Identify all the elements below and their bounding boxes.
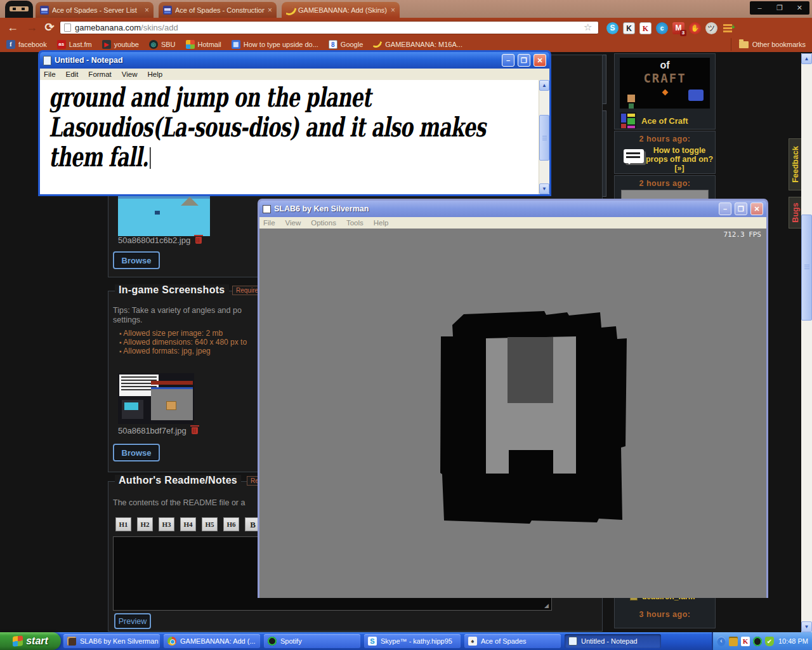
page-scrollbar[interactable]: ▲ ▼ (801, 53, 812, 632)
browser-menu-icon[interactable]: + (722, 22, 734, 34)
refresh-icon[interactable]: ⟳ (42, 20, 57, 34)
screenshot-thumbnail[interactable] (118, 373, 194, 424)
tab-close-icon[interactable]: × (145, 6, 149, 15)
menu-help[interactable]: Help (374, 219, 389, 227)
bookmark-lastfm[interactable]: asLast.fm (57, 40, 92, 49)
format-h4-button[interactable]: H4 (180, 517, 196, 531)
close-icon[interactable]: ✕ (750, 202, 763, 215)
notepad-scrollbar[interactable]: ▲ ▼ (539, 80, 549, 194)
menu-edit[interactable]: Edit (66, 70, 79, 78)
notepad-titlebar[interactable]: Untitled - Notepad – ❐ ✕ (40, 52, 549, 69)
trash-icon[interactable] (192, 427, 198, 434)
minimize-icon[interactable]: – (502, 54, 514, 67)
trash-icon[interactable] (195, 237, 202, 244)
forward-icon[interactable]: → (24, 20, 39, 34)
bookmark-star-icon[interactable]: ☆ (584, 22, 592, 33)
tray-chevron-icon[interactable]: ‹ (717, 637, 726, 646)
gamebanana-favicon (286, 6, 295, 15)
taskbar-item-ace-of-spades[interactable]: ♠Ace of Spades (464, 634, 561, 648)
sidebar-game-module[interactable]: of CRAFT Ace of Craft (614, 53, 716, 129)
game-title-link[interactable]: Ace of Craft (641, 116, 688, 126)
slab6-titlebar[interactable]: SLAB6 by Ken Silverman – ❐ ✕ (259, 201, 766, 217)
bookmark-youtube[interactable]: ▶youtube (102, 40, 139, 49)
slab6-window: SLAB6 by Ken Silverman – ❐ ✕ File View O… (258, 199, 768, 598)
format-h5-button[interactable]: H5 (202, 517, 218, 531)
kaspersky-extension-icon[interactable]: K (639, 22, 652, 34)
bookmark-howto[interactable]: ▦How to type upside do... (232, 40, 318, 49)
close-icon[interactable]: ✕ (790, 1, 809, 15)
browser-tab-2[interactable]: Ace of Spades - Construction × (159, 2, 277, 18)
menu-view[interactable]: View (285, 219, 301, 227)
scrollbar-thumb[interactable] (801, 215, 812, 321)
blue-extension-icon[interactable]: c (656, 22, 668, 34)
profile-avatar-ninja-icon[interactable] (5, 1, 33, 18)
browser-tab-1[interactable]: Ace of Spades - Server List × (36, 2, 154, 18)
format-h1-button[interactable]: H1 (115, 517, 131, 531)
keepass-extension-icon[interactable]: K (623, 22, 635, 34)
start-button[interactable]: start (0, 632, 61, 650)
tips-text: settings. (113, 315, 143, 324)
scroll-down-icon[interactable]: ▼ (539, 183, 549, 194)
readme-description: The contents of the README file or a (113, 498, 245, 507)
minimize-icon[interactable]: – (750, 1, 769, 15)
scroll-up-icon[interactable]: ▲ (539, 80, 549, 91)
menu-file[interactable]: File (44, 70, 56, 78)
format-h6-button[interactable]: H6 (223, 517, 239, 531)
tab-close-icon[interactable]: × (268, 6, 272, 15)
uploaded-image-thumbnail[interactable] (118, 190, 210, 236)
menu-format[interactable]: Format (88, 70, 111, 78)
back-icon[interactable]: ← (5, 20, 20, 34)
tray-mail-icon[interactable] (729, 637, 738, 646)
url-bar[interactable]: gamebanana.com /skins/add (60, 21, 599, 34)
taskbar-item-gamebanana[interactable]: GAMEBANANA: Add (... (164, 634, 260, 648)
tray-spotify-icon[interactable] (753, 637, 762, 646)
post-title[interactable]: How to toggle props off and on? [»] (644, 146, 715, 173)
slab6-menubar: File View Options Tools Help (259, 217, 766, 229)
menu-help[interactable]: Help (148, 70, 163, 78)
scrollbar-thumb[interactable] (539, 115, 549, 161)
stop-hand-extension-icon[interactable]: ✋ (689, 22, 701, 34)
tray-kaspersky-icon[interactable]: K (741, 637, 750, 646)
resize-handle-icon[interactable]: ◢ (544, 603, 550, 609)
close-icon[interactable]: ✕ (534, 54, 546, 67)
format-h2-button[interactable]: H2 (137, 517, 153, 531)
browse-button-1[interactable]: Browse (113, 251, 160, 269)
menu-tools[interactable]: Tools (346, 219, 363, 227)
menu-options[interactable]: Options (311, 219, 336, 227)
menu-file[interactable]: File (263, 219, 275, 227)
text-caret (150, 147, 150, 169)
taskbar-item-notepad-active[interactable]: Untitled - Notepad (565, 634, 661, 648)
tab-strip: Ace of Spades - Server List × Ace of Spa… (0, 0, 812, 18)
scroll-down-icon[interactable]: ▼ (801, 621, 812, 632)
minimize-icon[interactable]: – (719, 202, 731, 215)
browser-tab-3-active[interactable]: GAMEBANANA: Add (Skins) × (282, 2, 400, 18)
taskbar-item-slab6[interactable]: SLAB6 by Ken Silverman (63, 634, 160, 648)
restore-icon[interactable]: ❐ (769, 1, 789, 15)
maximize-icon[interactable]: ❐ (735, 202, 747, 215)
bookmark-hotmail[interactable]: Hotmail (186, 40, 221, 49)
bookmark-sbu[interactable]: ◎SBU (149, 40, 176, 49)
feedback-tab[interactable]: Feedback (789, 138, 802, 190)
scroll-up-icon[interactable]: ▲ (801, 53, 812, 64)
bookmark-facebook[interactable]: ffacebook (6, 40, 47, 49)
tab-close-icon[interactable]: × (391, 6, 395, 15)
voxel-viewport[interactable]: 712.3 FPS (259, 229, 766, 598)
other-bookmarks[interactable]: Other bookmarks (731, 38, 806, 51)
sidebar-post-1[interactable]: 2 hours ago: How to toggle props off and… (614, 131, 716, 174)
maximize-icon[interactable]: ❐ (518, 54, 530, 67)
trollface-extension-icon[interactable]: ツ (705, 22, 717, 34)
mail-extension-icon[interactable]: M3 (672, 22, 684, 34)
menu-view[interactable]: View (122, 70, 138, 78)
taskbar-item-skype[interactable]: SSkype™ - kathy.hipp95 (364, 634, 461, 648)
skype-extension-icon[interactable]: S (606, 22, 619, 34)
spark-icon (662, 90, 669, 96)
notepad-edit-area[interactable]: ground and jump on the planet Lasoudios(… (40, 80, 549, 194)
taskbar-item-spotify[interactable]: Spotify (264, 634, 360, 648)
preview-button[interactable]: Preview (114, 613, 151, 629)
format-h3-button[interactable]: H3 (159, 517, 174, 531)
bookmark-gamebanana[interactable]: GAMEBANANA: M16A... (373, 40, 462, 49)
tray-security-icon[interactable]: ✔ (765, 637, 774, 646)
browse-button-2[interactable]: Browse (113, 444, 160, 461)
bugs-tab[interactable]: Bugs (789, 197, 802, 229)
bookmark-google[interactable]: 8Google (329, 40, 363, 49)
